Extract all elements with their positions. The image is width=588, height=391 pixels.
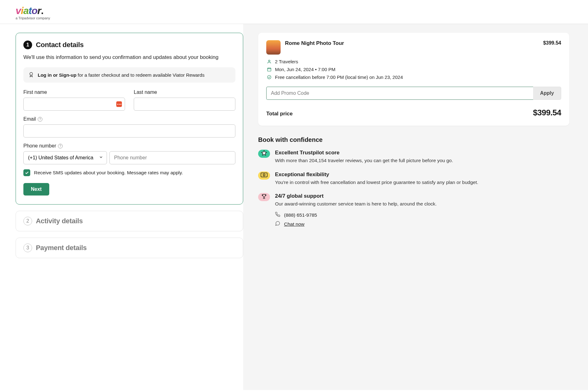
- email-input[interactable]: [23, 124, 235, 138]
- logo-wordmark: viator.: [16, 6, 50, 16]
- apply-promo-button[interactable]: Apply: [533, 87, 561, 100]
- tour-title: Rome Night Photo Tour: [285, 40, 539, 46]
- travelers-icon: [266, 59, 272, 64]
- chat-now-link[interactable]: Chat now: [284, 221, 304, 227]
- help-icon[interactable]: ?: [38, 117, 42, 122]
- order-summary-card: Rome Night Photo Tour $399.54 2 Traveler…: [258, 33, 569, 126]
- rewards-icon: [28, 72, 34, 78]
- login-banner-text: Log in or Sign-up for a faster checkout …: [38, 72, 205, 78]
- phone-icon: [275, 212, 280, 218]
- money-icon: [261, 172, 267, 179]
- confidence-item-flexibility: Exceptional flexibility You're in contro…: [258, 171, 569, 186]
- autofill-badge-icon[interactable]: [116, 101, 122, 107]
- svg-point-0: [30, 72, 33, 75]
- tour-thumbnail: [266, 40, 281, 55]
- contact-details-panel: 1 Contact details We'll use this informa…: [16, 33, 243, 205]
- step-number-3: 3: [23, 244, 32, 252]
- activity-details-panel: 2 Activity details: [16, 211, 243, 231]
- svg-point-1: [268, 60, 270, 62]
- step-title-contact: Contact details: [36, 41, 84, 49]
- sms-optin-checkbox[interactable]: [23, 169, 30, 176]
- support-chat-row[interactable]: Chat now: [275, 221, 569, 227]
- next-button[interactable]: Next: [23, 183, 49, 196]
- confidence-flex-title: Exceptional flexibility: [275, 171, 478, 178]
- step-number-1: 1: [23, 41, 32, 49]
- svg-rect-2: [267, 68, 271, 71]
- check-circle-icon: [266, 75, 272, 80]
- step-title-payment: Payment details: [36, 244, 87, 252]
- confidence-trustpilot-title: Excellent Trustpilot score: [275, 150, 453, 156]
- chat-icon: [275, 221, 280, 227]
- step-number-2: 2: [23, 217, 32, 225]
- calendar-icon: [266, 67, 272, 72]
- phone-input[interactable]: [109, 151, 235, 164]
- sms-optin-label: Receive SMS updates about your booking. …: [34, 170, 183, 176]
- contact-description: We'll use this information to send you c…: [23, 54, 235, 60]
- trophy-icon: [261, 193, 267, 201]
- promo-code-input[interactable]: [266, 87, 533, 100]
- help-icon[interactable]: ?: [58, 144, 63, 148]
- last-name-label: Last name: [134, 89, 235, 95]
- site-header: viator. a Tripadvisor company: [0, 0, 588, 24]
- support-phone-row: (888) 651-9785: [275, 212, 569, 218]
- svg-rect-4: [261, 173, 267, 177]
- tour-line-price: $399.54: [543, 40, 561, 46]
- login-banner[interactable]: Log in or Sign-up for a faster checkout …: [23, 67, 235, 83]
- phone-label: Phone number ?: [23, 143, 235, 149]
- email-label: Email ?: [23, 116, 235, 122]
- checkout-main: 1 Contact details We'll use this informa…: [0, 24, 243, 390]
- payment-details-panel: 3 Payment details: [16, 238, 243, 258]
- confidence-flex-text: You're in control with free cancellation…: [275, 179, 478, 186]
- cancellation-text: Free cancellation before 7:00 PM (local …: [275, 75, 403, 80]
- datetime-text: Mon, Jun 24, 2024 • 7:00 PM: [275, 67, 335, 72]
- logo-tagline: a Tripadvisor company: [16, 16, 50, 20]
- total-price-value: $399.54: [533, 108, 561, 118]
- confidence-heading: Book with confidence: [258, 136, 569, 143]
- confidence-item-support: 24/7 global support Our award-winning cu…: [258, 193, 569, 207]
- support-phone-number[interactable]: (888) 651-9785: [284, 212, 317, 218]
- svg-point-5: [263, 174, 265, 176]
- confidence-item-trustpilot: Excellent Trustpilot score With more tha…: [258, 150, 569, 164]
- step-title-activity: Activity details: [36, 217, 83, 225]
- confidence-support-title: 24/7 global support: [275, 193, 437, 199]
- total-price-label: Total price: [266, 111, 293, 117]
- order-summary-column: Rome Night Photo Tour $399.54 2 Traveler…: [243, 24, 588, 390]
- logo[interactable]: viator. a Tripadvisor company: [16, 6, 50, 20]
- svg-point-3: [267, 75, 271, 79]
- last-name-input[interactable]: [134, 98, 235, 111]
- country-code-select[interactable]: (+1) United States of America: [23, 151, 107, 164]
- confidence-trustpilot-text: With more than 204,154 traveler reviews,…: [275, 157, 453, 164]
- first-name-input[interactable]: [23, 98, 125, 111]
- travelers-text: 2 Travelers: [275, 59, 298, 64]
- star-icon: [261, 150, 267, 157]
- confidence-support-text: Our award-winning customer service team …: [275, 200, 437, 207]
- first-name-label: First name: [23, 89, 125, 95]
